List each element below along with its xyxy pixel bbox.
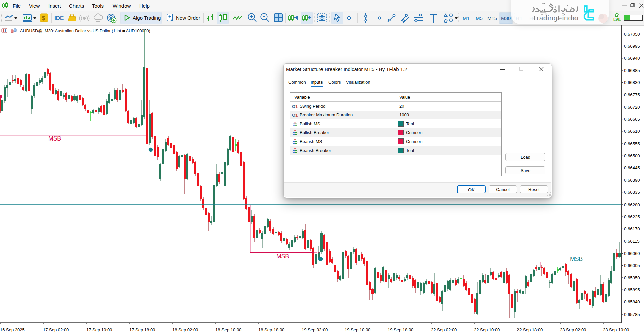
svg-text:22 Sep 02:00: 22 Sep 02:00 bbox=[431, 327, 457, 332]
svg-text:23 Sep 02:00: 23 Sep 02:00 bbox=[560, 327, 586, 332]
svg-text:0.66060: 0.66060 bbox=[624, 251, 640, 256]
svg-text:17 Sep 18:00: 17 Sep 18:00 bbox=[129, 327, 155, 332]
svg-text:Insert: Insert bbox=[48, 3, 61, 9]
svg-text:MSB: MSB bbox=[276, 253, 289, 260]
svg-text:0.65895: 0.65895 bbox=[624, 287, 640, 292]
svg-text:0.66665: 0.66665 bbox=[624, 117, 640, 122]
svg-text:0.66995: 0.66995 bbox=[624, 44, 640, 49]
svg-text:MSB: MSB bbox=[48, 135, 61, 142]
svg-text:AUDUSD@, M30: Australian Doll: AUDUSD@, M30: Australian Dollar vs US Do… bbox=[20, 29, 150, 33]
svg-text:18 Sep 02:00: 18 Sep 02:00 bbox=[172, 327, 198, 332]
svg-text:22 Sep 18:00: 22 Sep 18:00 bbox=[517, 327, 543, 332]
svg-text:0.66280: 0.66280 bbox=[624, 202, 640, 207]
svg-text:O: O bbox=[292, 113, 295, 117]
svg-text:19 Sep 02:00: 19 Sep 02:00 bbox=[302, 327, 328, 332]
svg-text:View: View bbox=[29, 3, 40, 9]
svg-text:$: $ bbox=[42, 15, 45, 21]
svg-text:0.66555: 0.66555 bbox=[624, 141, 640, 146]
svg-text:M15: M15 bbox=[487, 15, 497, 21]
svg-text:0.66445: 0.66445 bbox=[624, 165, 640, 170]
svg-text:18 Sep 18:00: 18 Sep 18:00 bbox=[258, 327, 284, 332]
svg-text:18 Sep 10:00: 18 Sep 10:00 bbox=[215, 327, 241, 332]
svg-text:Tools: Tools bbox=[92, 3, 104, 9]
svg-text:TradingFinder: TradingFinder bbox=[532, 14, 579, 22]
svg-text:Charts: Charts bbox=[69, 3, 84, 9]
svg-text:0.66500: 0.66500 bbox=[624, 153, 640, 158]
svg-text:IDE: IDE bbox=[54, 15, 64, 21]
svg-text:0.66115: 0.66115 bbox=[624, 239, 640, 244]
svg-text:0.66005: 0.66005 bbox=[624, 263, 640, 268]
svg-text:0.66170: 0.66170 bbox=[624, 226, 640, 231]
svg-text:Window: Window bbox=[113, 3, 131, 9]
svg-text:0.66940: 0.66940 bbox=[624, 56, 640, 61]
svg-text:19 Sep 10:00: 19 Sep 10:00 bbox=[345, 327, 370, 332]
svg-text:0.66610: 0.66610 bbox=[624, 129, 640, 134]
svg-text:0.65785: 0.65785 bbox=[624, 312, 640, 317]
svg-text:1: 1 bbox=[295, 104, 298, 109]
svg-text:0.66720: 0.66720 bbox=[624, 105, 640, 110]
svg-text:1: 1 bbox=[295, 113, 298, 117]
svg-text:0.66225: 0.66225 bbox=[624, 214, 640, 219]
svg-text:17 Sep 10:00: 17 Sep 10:00 bbox=[86, 327, 112, 332]
svg-text:0.66830: 0.66830 bbox=[624, 80, 640, 85]
svg-text:0.66885: 0.66885 bbox=[624, 68, 640, 73]
svg-text:New Order: New Order bbox=[176, 15, 200, 21]
svg-text:M1: M1 bbox=[463, 15, 470, 21]
svg-text:0.66390: 0.66390 bbox=[624, 178, 640, 183]
svg-text:MSB: MSB bbox=[570, 256, 583, 262]
svg-text:LVL: LVL bbox=[613, 17, 621, 22]
svg-text:M5: M5 bbox=[476, 15, 483, 21]
svg-text:0.66775: 0.66775 bbox=[624, 92, 640, 97]
svg-text:0.65840: 0.65840 bbox=[624, 299, 640, 304]
svg-text:0.65950: 0.65950 bbox=[624, 275, 640, 280]
svg-text:0.66335: 0.66335 bbox=[624, 190, 640, 195]
svg-text:16 Sep 2025: 16 Sep 2025 bbox=[0, 327, 25, 332]
svg-text:22 Sep 10:00: 22 Sep 10:00 bbox=[474, 327, 500, 332]
svg-text:17 Sep 02:00: 17 Sep 02:00 bbox=[43, 327, 69, 332]
svg-text:Algo Trading: Algo Trading bbox=[133, 15, 161, 21]
svg-text:File: File bbox=[13, 3, 21, 9]
svg-text:O: O bbox=[292, 104, 295, 109]
svg-text:Help: Help bbox=[139, 3, 150, 9]
svg-text:19 Sep 18:00: 19 Sep 18:00 bbox=[388, 327, 413, 332]
svg-text:23 Sep 10:00: 23 Sep 10:00 bbox=[603, 327, 629, 332]
